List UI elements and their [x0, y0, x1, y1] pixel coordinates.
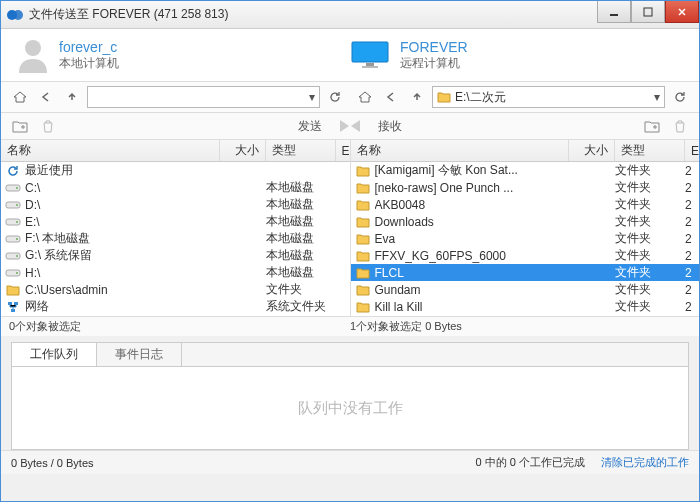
col-last[interactable]: E [685, 140, 699, 161]
list-item[interactable]: Downloads文件夹2 [351, 213, 700, 230]
item-name: [neko-raws] One Punch ... [375, 181, 570, 195]
recv-arrow-icon[interactable] [351, 120, 360, 132]
col-size[interactable]: 大小 [569, 140, 615, 161]
drive-icon [5, 248, 21, 264]
list-item[interactable]: F:\ 本地磁盘本地磁盘 [1, 230, 350, 247]
svg-rect-22 [11, 309, 15, 312]
folder-icon [355, 163, 371, 179]
list-item[interactable]: D:\本地磁盘 [1, 196, 350, 213]
item-last: 2 [685, 181, 699, 195]
remote-pane: 名称 大小 类型 E [Kamigami] 今敏 Kon Sat...文件夹2[… [351, 140, 700, 316]
col-type[interactable]: 类型 [615, 140, 685, 161]
folder-icon [355, 265, 371, 281]
local-peer: forever_c 本地计算机 [17, 37, 350, 73]
home-icon[interactable] [354, 86, 376, 108]
up-icon[interactable] [406, 86, 428, 108]
item-type: 系统文件夹 [266, 298, 336, 315]
remote-rows[interactable]: [Kamigami] 今敏 Kon Sat...文件夹2[neko-raws] … [351, 162, 700, 316]
svg-point-11 [16, 204, 18, 206]
home-icon[interactable] [9, 86, 31, 108]
list-item[interactable]: FFXV_KG_60FPS_6000文件夹2 [351, 247, 700, 264]
footer: 0 Bytes / 0 Bytes 0 中的 0 个工作已完成 清除已完成的工作 [1, 450, 699, 474]
item-last: 2 [685, 300, 699, 314]
remote-address-bar[interactable]: E:\二次元 ▾ [432, 86, 665, 108]
monitor-icon [350, 40, 390, 70]
item-type: 文件夹 [615, 281, 685, 298]
local-rows[interactable]: 最近使用C:\本地磁盘D:\本地磁盘E:\本地磁盘F:\ 本地磁盘本地磁盘G:\… [1, 162, 350, 316]
send-arrow-icon[interactable] [340, 120, 349, 132]
delete-icon[interactable] [37, 115, 59, 137]
refresh-icon[interactable] [324, 86, 346, 108]
item-name: AKB0048 [375, 198, 570, 212]
svg-rect-6 [366, 63, 374, 66]
item-type: 本地磁盘 [266, 196, 336, 213]
remote-path: E:\二次元 [455, 89, 650, 106]
drive-icon [5, 231, 21, 247]
local-pane: 名称 大小 类型 E 最近使用C:\本地磁盘D:\本地磁盘E:\本地磁盘F:\ … [1, 140, 351, 316]
recent-icon [5, 163, 21, 179]
svg-rect-3 [644, 8, 652, 16]
drive-icon [5, 265, 21, 281]
item-name: F:\ 本地磁盘 [25, 230, 220, 247]
svg-rect-21 [14, 302, 18, 305]
list-item[interactable]: H:\本地磁盘 [1, 264, 350, 281]
remote-toolbar: 接收 [370, 113, 699, 139]
list-item[interactable]: E:\本地磁盘 [1, 213, 350, 230]
list-item[interactable]: Gundam文件夹2 [351, 281, 700, 298]
new-folder-icon[interactable] [9, 115, 31, 137]
tab-log[interactable]: 事件日志 [97, 343, 182, 366]
list-item[interactable]: FLCL文件夹2 [351, 264, 700, 281]
window-title: 文件传送至 FOREVER (471 258 813) [29, 6, 597, 23]
new-folder-icon[interactable] [641, 115, 663, 137]
tab-queue[interactable]: 工作队列 [12, 343, 97, 366]
col-name[interactable]: 名称 [351, 140, 570, 161]
drive-icon [5, 180, 21, 196]
folder-icon [355, 180, 371, 196]
item-last: 2 [685, 164, 699, 178]
minimize-button[interactable] [597, 1, 631, 23]
col-last[interactable]: E [336, 140, 350, 161]
col-type[interactable]: 类型 [266, 140, 336, 161]
delete-icon[interactable] [669, 115, 691, 137]
close-button[interactable] [665, 1, 699, 23]
list-item[interactable]: [neko-raws] One Punch ...文件夹2 [351, 179, 700, 196]
item-name: FFXV_KG_60FPS_6000 [375, 249, 570, 263]
nav-row: ▾ E:\二次元 ▾ [1, 82, 699, 113]
back-icon[interactable] [35, 86, 57, 108]
list-item[interactable]: C:\本地磁盘 [1, 179, 350, 196]
col-name[interactable]: 名称 [1, 140, 220, 161]
list-item[interactable]: Eva文件夹2 [351, 230, 700, 247]
maximize-button[interactable] [631, 1, 665, 23]
item-type: 本地磁盘 [266, 264, 336, 281]
list-item[interactable]: [Kamigami] 今敏 Kon Sat...文件夹2 [351, 162, 700, 179]
item-type: 文件夹 [615, 162, 685, 179]
list-item[interactable]: 最近使用 [1, 162, 350, 179]
item-last: 2 [685, 198, 699, 212]
back-icon[interactable] [380, 86, 402, 108]
item-type: 本地磁盘 [266, 247, 336, 264]
list-item[interactable]: C:\Users\admin文件夹 [1, 281, 350, 298]
list-item[interactable]: AKB0048文件夹2 [351, 196, 700, 213]
col-size[interactable]: 大小 [220, 140, 266, 161]
item-type: 文件夹 [615, 298, 685, 315]
tabbar: 工作队列 事件日志 [12, 343, 688, 367]
chevron-down-icon[interactable]: ▾ [309, 90, 315, 104]
list-item[interactable]: 网络系统文件夹 [1, 298, 350, 315]
footer-jobs: 0 中的 0 个工作已完成 [476, 455, 585, 470]
list-item[interactable]: G:\ 系统保留本地磁盘 [1, 247, 350, 264]
app-window: 文件传送至 FOREVER (471 258 813) forever_c 本地… [0, 0, 700, 502]
list-item[interactable]: Kill la Kill文件夹2 [351, 298, 700, 315]
refresh-icon[interactable] [669, 86, 691, 108]
item-last: 2 [685, 266, 699, 280]
chevron-down-icon[interactable]: ▾ [654, 90, 660, 104]
up-icon[interactable] [61, 86, 83, 108]
remote-sub: 远程计算机 [400, 55, 468, 72]
svg-point-15 [16, 238, 18, 240]
local-address-bar[interactable]: ▾ [87, 86, 320, 108]
item-last: 2 [685, 215, 699, 229]
clear-completed-link[interactable]: 清除已完成的工作 [601, 455, 689, 470]
local-toolbar: 发送 [1, 113, 330, 139]
svg-rect-20 [8, 302, 12, 305]
selection-status: 0个对象被选定 1个对象被选定 0 Bytes [1, 316, 699, 336]
item-last: 2 [685, 232, 699, 246]
